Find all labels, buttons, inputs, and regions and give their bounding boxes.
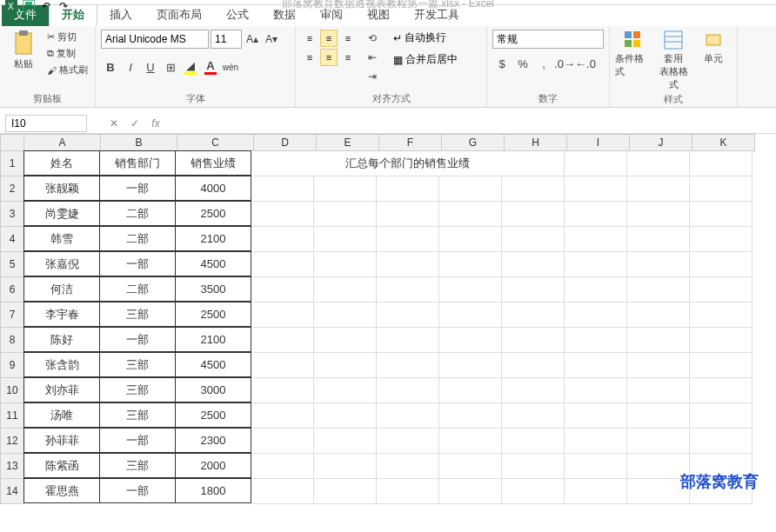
cell[interactable]: 2500 [175, 201, 251, 226]
cell[interactable]: 2500 [175, 402, 251, 428]
row-header[interactable]: 8 [0, 328, 24, 353]
accept-formula-icon[interactable]: ✓ [125, 115, 144, 132]
column-header[interactable]: K [692, 134, 755, 151]
font-size-input[interactable] [211, 30, 242, 49]
cell[interactable] [314, 328, 377, 353]
merged-title-cell[interactable]: 汇总每个部门的销售业绩 [251, 151, 565, 176]
cell[interactable]: 二部 [99, 226, 176, 251]
cell[interactable]: 4500 [175, 352, 251, 377]
cell[interactable] [627, 403, 690, 429]
cell[interactable] [314, 252, 377, 277]
cell[interactable] [627, 176, 690, 202]
cell[interactable] [502, 328, 565, 353]
cell[interactable]: 一部 [99, 327, 176, 352]
cell[interactable] [565, 176, 627, 202]
cell[interactable] [439, 479, 502, 504]
cell[interactable] [690, 303, 753, 328]
cell[interactable] [439, 378, 502, 403]
italic-button[interactable]: I [121, 57, 140, 76]
inc-decimal-icon[interactable]: .0→ [555, 54, 574, 73]
shrink-font-icon[interactable]: A▾ [263, 30, 280, 48]
phonetic-button[interactable]: wén [221, 57, 240, 76]
cell[interactable] [565, 328, 627, 353]
cell[interactable] [690, 328, 753, 353]
cell[interactable]: 1800 [175, 478, 251, 503]
cell[interactable]: 2300 [175, 428, 251, 453]
undo-icon[interactable]: ↶ [38, 0, 54, 14]
row-header[interactable]: 7 [0, 303, 24, 328]
copy-button[interactable]: ⧉复制 [45, 46, 90, 61]
cell[interactable] [251, 176, 314, 202]
cell[interactable]: 三部 [99, 453, 176, 478]
cell[interactable] [377, 328, 439, 353]
cell[interactable]: 三部 [99, 402, 176, 428]
cell[interactable] [439, 454, 502, 479]
cell[interactable] [627, 252, 690, 277]
cell[interactable] [439, 252, 502, 277]
row-header[interactable]: 9 [0, 353, 24, 378]
cell[interactable] [377, 202, 439, 227]
cell[interactable] [690, 378, 753, 403]
cell[interactable] [251, 378, 314, 403]
cell[interactable] [627, 277, 690, 303]
cell[interactable]: 李宇春 [23, 302, 100, 327]
cell[interactable]: 张含韵 [23, 352, 100, 377]
cell[interactable] [377, 429, 439, 454]
cell[interactable]: 张嘉倪 [23, 251, 100, 276]
cell[interactable] [502, 429, 565, 454]
cell[interactable] [627, 429, 690, 454]
column-header[interactable]: E [317, 134, 379, 151]
row-header[interactable]: 4 [0, 227, 24, 252]
cell[interactable]: 韩雪 [23, 226, 100, 251]
cell[interactable] [690, 429, 753, 454]
cell[interactable] [690, 353, 753, 378]
cell[interactable]: 陈紫函 [23, 453, 100, 478]
cell[interactable] [314, 403, 377, 429]
align-right-icon[interactable]: ≡ [339, 49, 357, 66]
dec-decimal-icon[interactable]: ←.0 [576, 54, 595, 73]
cell[interactable] [439, 328, 502, 353]
cell[interactable] [377, 353, 439, 378]
cell-style-button[interactable]: 单元 [695, 30, 732, 65]
cell[interactable] [502, 202, 565, 227]
cell[interactable]: 张靓颖 [23, 176, 100, 201]
cell[interactable]: 4500 [175, 251, 251, 276]
cell[interactable] [314, 227, 377, 252]
cell[interactable] [502, 378, 565, 403]
column-header[interactable]: I [567, 134, 630, 151]
cell[interactable]: 刘亦菲 [23, 377, 100, 402]
cell[interactable] [565, 454, 627, 479]
cell[interactable] [502, 403, 565, 429]
cell[interactable]: 汤唯 [23, 402, 100, 428]
cell[interactable]: 姓名 [23, 150, 100, 176]
cell[interactable] [690, 227, 753, 252]
row-header[interactable]: 13 [0, 454, 24, 479]
name-box[interactable] [5, 115, 87, 132]
paste-button[interactable]: 粘贴 [5, 30, 42, 70]
cancel-formula-icon[interactable]: ✕ [104, 115, 124, 132]
cell[interactable]: 一部 [99, 428, 176, 453]
cell[interactable]: 4000 [175, 176, 251, 201]
cell[interactable]: 三部 [99, 352, 176, 377]
cell[interactable] [565, 378, 627, 403]
cell[interactable] [502, 176, 565, 202]
column-header[interactable]: A [24, 134, 101, 151]
cut-button[interactable]: ✂剪切 [45, 30, 90, 44]
cell[interactable]: 霍思燕 [23, 478, 100, 503]
cell[interactable] [377, 277, 439, 303]
row-header[interactable]: 11 [0, 403, 24, 429]
cell[interactable] [690, 403, 753, 429]
grow-font-icon[interactable]: A▴ [244, 30, 261, 48]
row-header[interactable]: 2 [0, 176, 24, 202]
wrap-text-button[interactable]: ↵自动换行 [391, 30, 459, 46]
cell[interactable]: 一部 [99, 251, 176, 276]
cell[interactable] [627, 353, 690, 378]
cell[interactable]: 一部 [99, 176, 176, 201]
cell[interactable] [690, 252, 753, 277]
cell[interactable] [251, 252, 314, 277]
bold-button[interactable]: B [101, 57, 120, 76]
cell[interactable]: 3500 [175, 276, 251, 302]
cell[interactable]: 陈好 [23, 327, 100, 352]
cell[interactable] [314, 176, 377, 202]
cell[interactable]: 3000 [175, 377, 251, 402]
